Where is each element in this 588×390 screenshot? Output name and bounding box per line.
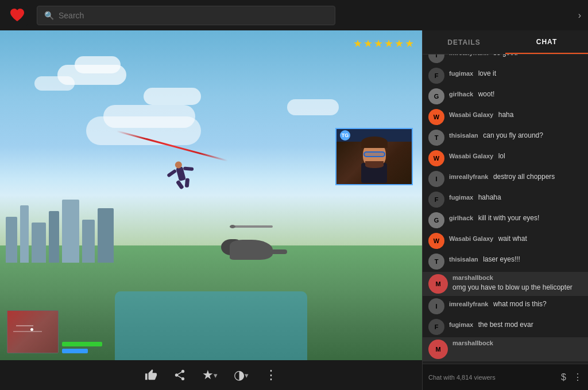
skydiver-leg-right — [185, 178, 189, 188]
msg-content-11: fugimax hahaha — [449, 192, 582, 202]
msg-text-17: the best mod evar — [478, 321, 533, 329]
chat-more-icon[interactable]: ⋮ — [573, 372, 582, 383]
msg-text-10: destroy all choppers — [493, 173, 555, 181]
msg-content-5: fugimax love it — [449, 68, 582, 79]
chat-message-7: W Wasabi Galaxy haha — [423, 107, 588, 127]
msg-username-18: marshallbock — [452, 340, 582, 346]
cloud-7 — [103, 105, 195, 128]
more-options-button[interactable]: ⋮ — [265, 368, 277, 383]
tab-details[interactable]: DETAILS — [423, 30, 505, 54]
msg-content-17: fugimax the best mod evar — [449, 319, 582, 330]
msg-content-13: Wasabi Galaxy wait what — [449, 233, 582, 244]
msg-content-4: imreallyfrank so good — [449, 54, 582, 58]
skydiver-leg-left — [176, 180, 184, 190]
skydiver-arm-left — [167, 169, 177, 177]
video-section: ★★★★★★ — [0, 30, 422, 390]
msg-username-inline-16: imreallyfrank — [449, 301, 488, 307]
msg-content-9: Wasabi Galaxy lol — [449, 150, 582, 161]
msg-content-6: girlhack woot! — [449, 88, 582, 99]
like-button[interactable] — [145, 369, 157, 381]
main-content: ★★★★★★ — [0, 30, 588, 390]
msg-content-18: marshallbock — [452, 340, 582, 347]
msg-content-14: thisisalan laser eyes!!! — [449, 253, 582, 264]
skydiver-head — [175, 161, 183, 169]
chat-bottom-icons: $ ⋮ — [561, 372, 582, 383]
msg-username-inline-13: Wasabi Galaxy — [449, 235, 493, 242]
chat-message-4: I imreallyfrank so good — [423, 54, 588, 65]
msg-username-inline-17: fugimax — [449, 321, 473, 328]
chat-message-12: G girlhack kill it with your eyes! — [423, 210, 588, 231]
avatar-8: T — [428, 130, 444, 146]
webcam-overlay: TG — [335, 128, 413, 185]
msg-content-8: thisisalan can you fly around? — [449, 130, 582, 141]
search-input[interactable] — [59, 11, 328, 20]
chat-message-9: W Wasabi Galaxy lol — [423, 148, 588, 169]
chat-bottom-bar: Chat with 4,814 viewers $ ⋮ — [423, 364, 588, 390]
webcam-logo: TG — [340, 130, 350, 141]
avatar-5: F — [428, 68, 444, 84]
chat-message-18: M marshallbock — [423, 337, 588, 361]
cloud-2 — [75, 56, 121, 73]
chat-message-17: F fugimax the best mod evar — [423, 317, 588, 337]
avatar-4: I — [428, 54, 444, 63]
msg-content-15: marshallbock omg you have to blow up the… — [452, 274, 582, 292]
navigate-forward-icon[interactable]: › — [578, 10, 581, 21]
msg-text-8: can you fly around? — [483, 131, 543, 139]
avatar-7: W — [428, 109, 444, 125]
mini-map — [7, 310, 59, 353]
msg-text-7: haha — [498, 111, 514, 119]
avatar-12: G — [428, 212, 444, 228]
msg-text-9: lol — [498, 152, 505, 160]
msg-text-6: woot! — [478, 90, 495, 98]
webcam-feed — [336, 142, 412, 184]
cloud-3 — [34, 76, 75, 91]
msg-content-12: girlhack kill it with your eyes! — [449, 212, 582, 223]
skydiver-arm-right — [183, 167, 194, 171]
msg-username-inline-11: fugimax — [449, 194, 473, 201]
msg-text-13: wait what — [498, 235, 527, 243]
avatar-9: W — [428, 150, 444, 166]
avatar-15: M — [428, 274, 448, 294]
msg-username-inline-12: girlhack — [449, 214, 473, 221]
video-controls: ★▾ ◑▾ ⋮ — [0, 360, 422, 390]
video-player[interactable]: ★★★★★★ — [0, 30, 422, 360]
star-rating: ★★★★★★ — [353, 37, 415, 50]
star-button[interactable]: ★▾ — [202, 368, 218, 383]
chat-message-15: M marshallbock omg you have to blow up t… — [423, 272, 588, 296]
hud-bars — [62, 342, 102, 353]
chat-messages: W Wasabi Galaxy superhero mods lol T thi… — [423, 54, 588, 364]
search-bar[interactable]: 🔍 — [37, 6, 335, 25]
msg-username-inline-9: Wasabi Galaxy — [449, 153, 493, 159]
cloud-4 — [144, 88, 201, 105]
chat-viewer-count: Chat with 4,814 viewers — [428, 374, 496, 381]
header-right: › — [578, 10, 581, 21]
msg-text-4: so good — [493, 54, 518, 57]
msg-username-inline-6: girlhack — [449, 91, 473, 98]
water — [115, 291, 307, 360]
msg-username-inline-8: thisisalan — [449, 132, 478, 139]
msg-content-16: imreallyfrank what mod is this? — [449, 298, 582, 309]
city-buildings — [0, 194, 115, 263]
msg-content-7: Wasabi Galaxy haha — [449, 109, 582, 120]
dollar-icon[interactable]: $ — [561, 372, 566, 383]
header: 🔍 › — [0, 0, 588, 30]
avatar-10: I — [428, 171, 444, 187]
quality-button[interactable]: ◑▾ — [234, 368, 249, 383]
tab-chat[interactable]: CHAT — [505, 30, 588, 54]
avatar-17: F — [428, 319, 444, 335]
cloud-5 — [287, 99, 339, 115]
chat-message-8: T thisisalan can you fly around? — [423, 127, 588, 148]
msg-username-inline-14: thisisalan — [449, 256, 478, 263]
chat-message-13: W Wasabi Galaxy wait what — [423, 231, 588, 251]
share-button[interactable] — [173, 369, 186, 381]
health-bar — [62, 342, 102, 346]
msg-username-inline-4: imreallyfrank — [449, 54, 488, 56]
chat-message-5: F fugimax love it — [423, 65, 588, 86]
msg-content-10: imreallyfrank destroy all choppers — [449, 171, 582, 182]
chat-message-16: I imreallyfrank what mod is this? — [423, 296, 588, 317]
msg-text-5: love it — [478, 69, 496, 77]
logo — [7, 5, 28, 26]
avatar-18: M — [428, 340, 448, 359]
chat-message-6: G girlhack woot! — [423, 86, 588, 107]
helicopter — [218, 225, 287, 266]
